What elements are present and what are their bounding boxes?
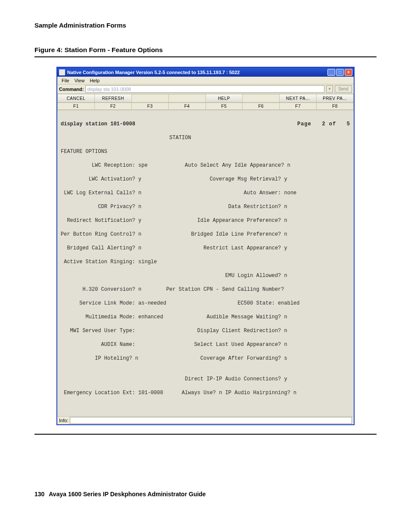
menu-view[interactable]: View xyxy=(72,78,87,83)
terminal-panel: display station 101-0008Page 2 of 5 STAT… xyxy=(57,110,354,416)
app-window: Native Configuration Manager Version 5.2… xyxy=(56,67,355,425)
command-row: Command: ▼ Send xyxy=(57,84,354,94)
fkey-f2: F2 xyxy=(95,103,132,110)
terminal-line: Direct IP-IP Audio Connections? y xyxy=(61,376,350,383)
fkey-f5: F5 xyxy=(206,103,243,110)
fkey-f7: F7 xyxy=(280,103,317,110)
command-label: Command: xyxy=(59,87,84,92)
menubar: File View Help xyxy=(57,77,354,84)
terminal-line: LWC Log External Calls? n Auto Answer: n… xyxy=(61,190,350,196)
menu-help[interactable]: Help xyxy=(87,78,102,83)
fkey-f3: F3 xyxy=(132,103,169,110)
titlebar: Native Configuration Manager Version 5.2… xyxy=(57,68,354,77)
terminal-page-indicator: Page 2 of 5 xyxy=(297,121,350,128)
terminal-line: EMU Login Allowed? n xyxy=(61,272,350,279)
page-footer: 130 Avaya 1600 Series IP Deskphones Admi… xyxy=(34,491,206,498)
app-icon xyxy=(59,69,65,75)
fkey-f8: F8 xyxy=(317,103,354,110)
prev-page-button[interactable]: PREV PA… xyxy=(317,94,354,103)
terminal-line: IP Hoteling? n Coverage After Forwarding… xyxy=(61,355,350,362)
terminal-line: Active Station Ringing: single xyxy=(61,258,350,265)
toolbar-slot-3 xyxy=(132,94,169,103)
figure-rule xyxy=(34,434,377,435)
help-button[interactable]: HELP xyxy=(206,94,243,103)
terminal-line: Emergency Location Ext: 101-0008 Always … xyxy=(61,389,350,396)
page-header: Sample Administration Forms xyxy=(34,22,377,29)
info-field[interactable] xyxy=(70,417,352,424)
figure-caption: Figure 4: Station Form - Feature Options xyxy=(34,46,377,57)
next-page-button[interactable]: NEXT PA… xyxy=(280,94,317,103)
cancel-button[interactable]: CANCEL xyxy=(57,94,95,103)
terminal-line: LWC Activation? y Coverage Msg Retrieval… xyxy=(61,176,350,183)
terminal-station-title: STATION xyxy=(61,134,350,141)
terminal-display-cmd: display station 101-0008 xyxy=(61,121,135,128)
close-button[interactable]: × xyxy=(345,69,352,76)
fkey-f4: F4 xyxy=(169,103,206,110)
send-button[interactable]: Send xyxy=(335,85,352,93)
command-input[interactable] xyxy=(85,85,324,93)
page-number: 130 xyxy=(34,491,47,498)
maximize-button[interactable]: □ xyxy=(336,69,344,76)
terminal-line: H.320 Conversion? n Per Station CPN - Se… xyxy=(61,286,350,293)
terminal-line: CDR Privacy? n Data Restriction? n xyxy=(61,203,350,210)
info-label: Info: xyxy=(59,418,68,423)
terminal-line: MWI Served User Type: Display Client Red… xyxy=(61,327,350,334)
terminal-section-title: FEATURE OPTIONS xyxy=(61,148,350,155)
fkey-f1: F1 xyxy=(57,103,95,110)
footer-guide-title: Avaya 1600 Series IP Deskphones Administ… xyxy=(49,491,206,498)
toolbar-slot-4 xyxy=(169,94,206,103)
minimize-button[interactable]: _ xyxy=(327,69,335,76)
command-dropdown[interactable]: ▼ xyxy=(326,85,333,93)
terminal-line: Per Button Ring Control? n Bridged Idle … xyxy=(61,231,350,238)
terminal-line: Service Link Mode: as-needed EC500 State… xyxy=(61,300,350,307)
window-title: Native Configuration Manager Version 5.2… xyxy=(67,70,240,75)
toolbar: CANCEL REFRESH HELP NEXT PA… PREV PA… xyxy=(57,94,354,103)
terminal-line: Redirect Notification? y Idle Appearance… xyxy=(61,217,350,224)
terminal-line: LWC Reception: spe Auto Select Any Idle … xyxy=(61,162,350,169)
terminal-line: AUDIX Name: Select Last Used Appearance?… xyxy=(61,341,350,348)
terminal-line: Bridged Call Alerting? n Restrict Last A… xyxy=(61,245,350,252)
info-row: Info: xyxy=(57,416,354,424)
toolbar-slot-6 xyxy=(243,94,280,103)
fkey-row: F1 F2 F3 F4 F5 F6 F7 F8 xyxy=(57,103,354,110)
refresh-button[interactable]: REFRESH xyxy=(95,94,132,103)
terminal-line: Multimedia Mode: enhanced Audible Messag… xyxy=(61,314,350,320)
menu-file[interactable]: File xyxy=(59,78,72,83)
window-controls: _ □ × xyxy=(327,69,352,76)
fkey-f6: F6 xyxy=(243,103,280,110)
